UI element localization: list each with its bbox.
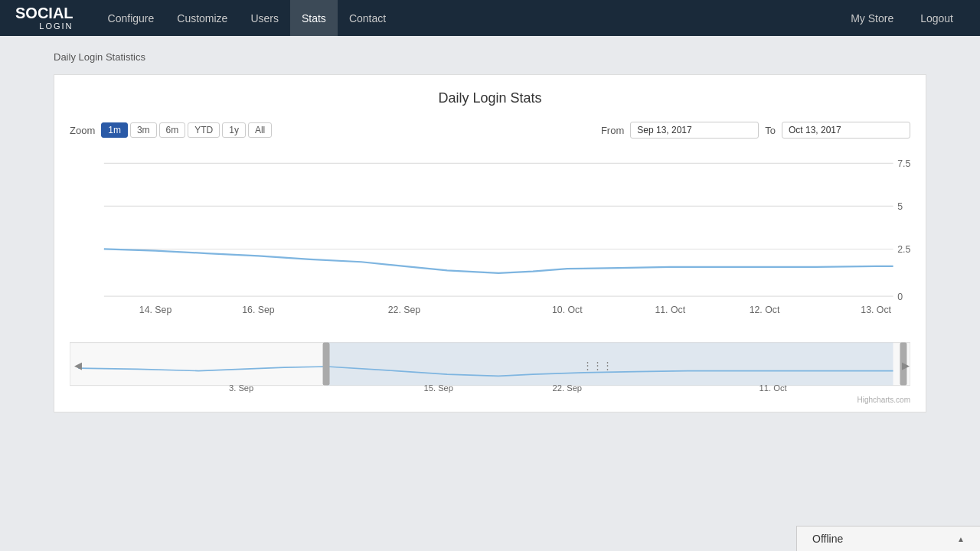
offline-chevron[interactable]: ▲ [957, 535, 965, 543]
svg-text:11. Oct: 11. Oct [760, 384, 788, 393]
zoom-all[interactable]: All [248, 122, 272, 138]
svg-text:⋮⋮⋮: ⋮⋮⋮ [583, 360, 612, 372]
zoom-1y[interactable]: 1y [222, 122, 246, 138]
svg-text:10. Oct: 10. Oct [552, 305, 583, 315]
brand-name: SOCIAL [15, 5, 74, 21]
svg-text:12. Oct: 12. Oct [750, 305, 780, 315]
stats-card: Daily Login Stats Zoom 1m 3m 6m YTD 1y A… [54, 74, 926, 412]
offline-label: Offline [812, 533, 843, 545]
offline-badge: Offline ▲ [796, 526, 980, 551]
svg-text:16. Sep: 16. Sep [242, 305, 275, 315]
svg-text:14. Sep: 14. Sep [139, 305, 172, 315]
from-label: From [601, 125, 624, 136]
nav-configure[interactable]: Configure [96, 0, 166, 36]
page-container: Daily Login Statistics Daily Login Stats… [0, 36, 980, 428]
nav-right: My Store Logout [839, 0, 965, 36]
navbar: SOCIAL LOGIN Configure Customize Users S… [0, 0, 980, 36]
zoom-6m[interactable]: 6m [159, 122, 186, 138]
svg-text:2.5: 2.5 [897, 244, 910, 255]
svg-text:22. Sep: 22. Sep [553, 384, 583, 393]
svg-text:▶: ▶ [902, 360, 910, 372]
highcharts-credit: Highcharts.com [70, 396, 910, 404]
svg-text:15. Sep: 15. Sep [423, 384, 453, 393]
to-label: To [765, 125, 776, 136]
chart-controls: Zoom 1m 3m 6m YTD 1y All From To [70, 122, 910, 139]
breadcrumb: Daily Login Statistics [54, 51, 926, 63]
svg-text:22. Sep: 22. Sep [388, 305, 421, 315]
navigator-svg: 3. Sep 15. Sep 22. Sep 11. Oct ◀ ▶ ⋮⋮⋮ [70, 338, 910, 394]
from-date-input[interactable] [630, 122, 759, 139]
svg-text:5: 5 [897, 201, 903, 212]
chart-title: Daily Login Stats [70, 90, 910, 106]
svg-text:◀: ◀ [74, 360, 82, 372]
nav-logout[interactable]: Logout [909, 0, 965, 36]
zoom-1m[interactable]: 1m [101, 122, 128, 138]
zoom-buttons: 1m 3m 6m YTD 1y All [101, 122, 272, 138]
nav-stats[interactable]: Stats [290, 0, 338, 36]
svg-text:13. Oct: 13. Oct [861, 305, 891, 315]
to-date-input[interactable] [782, 122, 910, 139]
svg-text:7.5: 7.5 [897, 158, 910, 169]
nav-my-store[interactable]: My Store [839, 0, 905, 36]
nav-links: Configure Customize Users Stats Contact [96, 0, 840, 36]
brand-logo: SOCIAL LOGIN [15, 5, 74, 31]
nav-customize[interactable]: Customize [165, 0, 239, 36]
date-range: From To [601, 122, 910, 139]
nav-users[interactable]: Users [239, 0, 290, 36]
svg-text:0: 0 [897, 292, 903, 302]
brand-sub: LOGIN [15, 21, 74, 31]
nav-contact[interactable]: Contact [338, 0, 397, 36]
svg-text:11. Oct: 11. Oct [655, 305, 685, 315]
zoom-3m[interactable]: 3m [130, 122, 157, 138]
chart-wrapper: 7.5 5 2.5 0 14. Sep 16. Sep 22. Sep 10. … [70, 146, 910, 404]
svg-text:3. Sep: 3. Sep [229, 384, 253, 393]
zoom-ytd[interactable]: YTD [188, 122, 220, 138]
main-chart-svg: 7.5 5 2.5 0 14. Sep 16. Sep 22. Sep 10. … [70, 146, 910, 334]
svg-rect-17 [323, 343, 330, 386]
zoom-label: Zoom [70, 125, 95, 136]
